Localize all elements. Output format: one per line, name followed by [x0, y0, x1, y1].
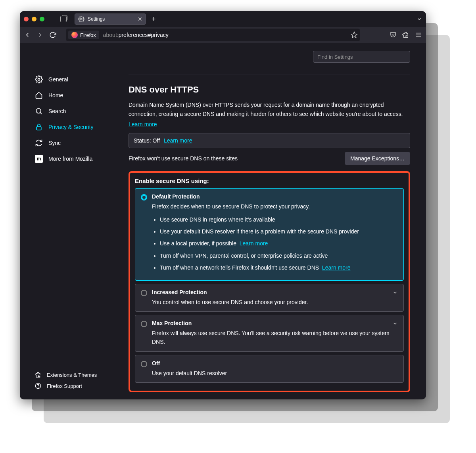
gear-icon	[35, 75, 43, 83]
puzzle-icon	[35, 372, 41, 378]
manage-exceptions-button[interactable]: Manage Exceptions…	[345, 152, 410, 165]
toolbar: Firefox about:preferences#privacy	[20, 27, 426, 43]
forward-button[interactable]	[36, 31, 44, 39]
sidebar-item-label: Extensions & Themes	[47, 372, 97, 378]
svg-rect-8	[36, 127, 41, 130]
radio-icon	[141, 361, 147, 367]
svg-marker-1	[351, 32, 357, 38]
close-tab-icon[interactable]: ✕	[138, 16, 142, 22]
option-title: Off	[152, 360, 398, 366]
option-desc: You control when to use secure DNS and c…	[152, 298, 398, 306]
option-title: Max Protection	[152, 320, 398, 326]
bullet: Turn off when a network tells Firefox it…	[160, 263, 398, 272]
sidebar-item-mozilla[interactable]: m More from Mozilla	[32, 151, 117, 167]
sidebar-extensions[interactable]: Extensions & Themes	[32, 369, 117, 380]
dns-option-default[interactable]: Default Protection Firefox decides when …	[135, 188, 404, 280]
sync-icon	[35, 139, 43, 147]
enable-dns-title: Enable secure DNS using:	[135, 177, 404, 184]
firefox-badge-label: Firefox	[80, 32, 96, 38]
svg-line-7	[40, 112, 42, 114]
tab-strip: Settings ✕ +	[60, 13, 422, 25]
close-window[interactable]	[24, 17, 29, 21]
minimize-window[interactable]	[32, 17, 36, 21]
gear-icon	[78, 16, 84, 22]
sidebar-item-general[interactable]: General	[32, 71, 117, 87]
search-placeholder: Find in Settings	[317, 54, 353, 60]
url-bar[interactable]: Firefox about:preferences#privacy	[66, 29, 360, 41]
radio-icon	[141, 321, 147, 327]
sidebar-item-label: General	[48, 76, 68, 83]
learn-more-link[interactable]: Learn more	[129, 121, 157, 127]
tabs-overflow-icon[interactable]	[416, 16, 422, 22]
sidebar-item-label: More from Mozilla	[48, 156, 92, 162]
dns-status-label: Status: Off	[134, 137, 160, 144]
divider	[129, 75, 410, 75]
traffic-lights	[24, 17, 44, 21]
titlebar: Settings ✕ +	[20, 11, 426, 27]
sidebar-item-label: Firefox Support	[47, 383, 82, 389]
content-area: General Home Search Privacy & Security S…	[20, 43, 426, 399]
chevron-down-icon	[392, 321, 398, 326]
section-title: DNS over HTTPS	[129, 85, 410, 95]
radio-icon	[141, 194, 147, 200]
tab-title: Settings	[88, 16, 105, 22]
sidebar-item-home[interactable]: Home	[32, 87, 117, 103]
svg-point-5	[38, 79, 40, 81]
settings-search-input[interactable]: Find in Settings	[313, 51, 410, 63]
dns-option-off[interactable]: Off Use your default DNS resolver	[135, 355, 404, 383]
radio-icon	[141, 290, 147, 296]
sidebar-item-search[interactable]: Search	[32, 103, 117, 119]
bullet: Use a local provider, if possible Learn …	[160, 239, 398, 248]
sidebar-item-label: Home	[48, 92, 63, 98]
svg-point-6	[36, 108, 41, 113]
sidebar-bottom: Extensions & Themes Firefox Support	[32, 369, 117, 391]
maximize-window[interactable]	[40, 17, 44, 21]
bullet: Turn off when VPN, parental control, or …	[160, 251, 398, 260]
firefox-logo-icon	[71, 32, 78, 38]
option-desc: Use your default DNS resolver	[152, 369, 398, 378]
firefox-badge: Firefox	[68, 31, 99, 39]
svg-point-10	[38, 387, 38, 387]
search-icon	[35, 107, 43, 115]
back-button[interactable]	[24, 31, 31, 39]
learn-more-link[interactable]: Learn more	[240, 240, 268, 247]
menu-icon[interactable]	[415, 31, 422, 39]
option-title: Increased Protection	[152, 289, 398, 295]
new-tab-button[interactable]: +	[149, 15, 158, 23]
sidebar-item-privacy[interactable]: Privacy & Security	[32, 119, 117, 135]
option-desc: Firefox decides when to use secure DNS t…	[152, 202, 398, 211]
sidebar-item-label: Sync	[48, 140, 61, 146]
sidebar-support[interactable]: Firefox Support	[32, 380, 117, 391]
sidebar-item-sync[interactable]: Sync	[32, 135, 117, 151]
option-bullets: Use secure DNS in regions where it's ava…	[152, 215, 398, 272]
all-tabs-icon[interactable]	[60, 16, 67, 22]
url-text: about:preferences#privacy	[103, 32, 169, 38]
dns-option-max[interactable]: Max Protection Firefox will always use s…	[135, 315, 404, 352]
learn-more-link[interactable]: Learn more	[322, 264, 351, 271]
exceptions-row: Firefox won't use secure DNS on these si…	[129, 152, 410, 165]
bookmark-star-icon[interactable]	[351, 31, 358, 39]
home-icon	[35, 91, 43, 99]
bullet: Use secure DNS in regions where it's ava…	[160, 215, 398, 224]
settings-main: Find in Settings DNS over HTTPS Domain N…	[117, 43, 426, 399]
chevron-down-icon	[392, 290, 398, 295]
status-learn-more-link[interactable]: Learn more	[164, 137, 192, 144]
option-title: Default Protection	[152, 193, 398, 200]
browser-tab[interactable]: Settings ✕	[75, 13, 146, 25]
dns-options-highlight: Enable secure DNS using: Default Protect…	[129, 171, 410, 392]
settings-sidebar: General Home Search Privacy & Security S…	[20, 43, 117, 399]
browser-window: Settings ✕ + Firefox about:preferences#p…	[20, 11, 426, 399]
exceptions-text: Firefox won't use secure DNS on these si…	[129, 155, 238, 162]
sidebar-item-label: Privacy & Security	[48, 124, 94, 130]
mozilla-icon: m	[35, 155, 43, 163]
reload-button[interactable]	[49, 31, 56, 39]
dns-option-increased[interactable]: Increased Protection You control when to…	[135, 284, 404, 312]
help-icon	[35, 383, 41, 389]
option-desc: Firefox will always use secure DNS. You'…	[152, 329, 398, 347]
dns-status-box: Status: Off Learn more	[129, 133, 410, 148]
sidebar-item-label: Search	[48, 108, 66, 114]
pocket-icon[interactable]	[390, 31, 397, 39]
lock-icon	[35, 123, 43, 131]
section-description: Domain Name System (DNS) over HTTPS send…	[129, 100, 410, 119]
extensions-icon[interactable]	[402, 31, 409, 39]
